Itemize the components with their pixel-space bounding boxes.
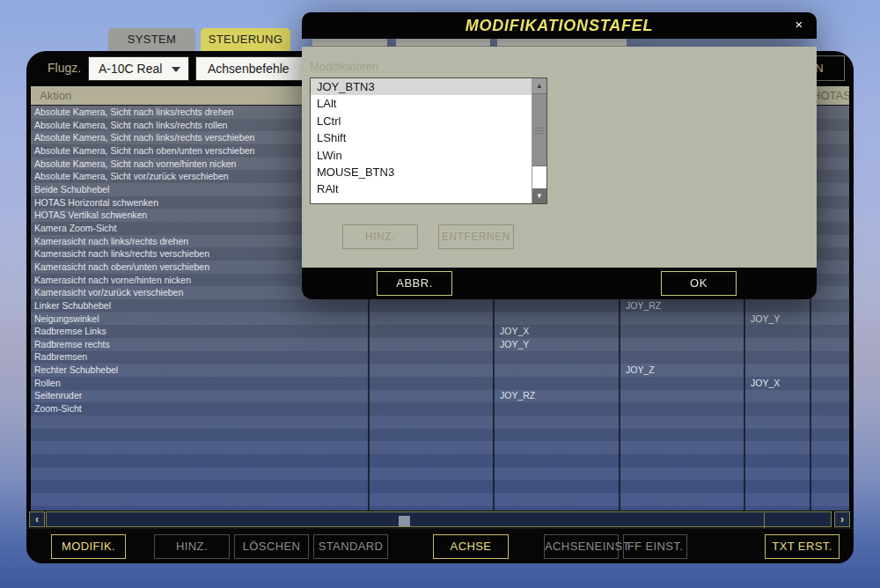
table-row[interactable]: SeitenruderJOY_RZ	[31, 389, 849, 402]
modifiers-listbox[interactable]: JOY_BTN3LAltLCtrlLShiftLWinMOUSE_BTN3RAl…	[310, 77, 547, 204]
background-tab-sliver	[396, 39, 490, 47]
table-row[interactable]: Radbremse LinksJOY_X	[31, 325, 849, 338]
column-header-aktion[interactable]: Aktion	[40, 89, 71, 102]
action-label: Absolute Kamera, Sicht nach links/rechts…	[34, 107, 233, 117]
table-row[interactable]: NeigungswinkelJOY_Y	[31, 312, 849, 326]
action-label: Zoom-Sicht	[34, 403, 82, 414]
action-label: Rollen	[34, 378, 61, 388]
axis-binding-value[interactable]: JOY_RZ	[500, 390, 535, 401]
scroll-up-icon[interactable]: ▲	[532, 78, 546, 93]
horizontal-scrollbar: ‹ ›	[26, 511, 854, 528]
add-modifier-button[interactable]: HINZ.	[342, 224, 418, 249]
axis-binding-value[interactable]: JOY_X	[500, 326, 529, 336]
modifier-list-item[interactable]: LShift	[311, 129, 532, 146]
remove-modifier-button[interactable]: ENTFERNEN	[438, 224, 514, 249]
action-label: Kamerasicht nach links/rechts verschiebe…	[34, 248, 209, 259]
aircraft-label: Flugz.	[48, 61, 81, 75]
ok-button[interactable]: OK	[661, 271, 737, 296]
action-label: Absolute Kamera, Sicht nach links/rechts…	[34, 132, 254, 143]
action-label: Radbremsen	[34, 351, 87, 362]
action-label: Kamerasicht nach links/rechts drehen	[34, 236, 188, 246]
background-tab-sliver	[497, 39, 627, 47]
bottombar-button-hinz[interactable]: HINZ.	[154, 534, 230, 559]
category-dropdown-value: Achsenbefehle	[208, 62, 290, 76]
aircraft-dropdown[interactable]: A-10C Real	[88, 56, 189, 81]
dialog-footer: ABBR. OK	[302, 268, 817, 299]
action-label: Kamerasicht nach oben/unten verschieben	[34, 261, 209, 272]
bottombar-button-l-schen[interactable]: LÖSCHEN	[234, 534, 309, 559]
thumb-grip	[535, 128, 544, 135]
modification-dialog: MODIFIKATIONSTAFEL × Modifikatoren JOY_B…	[302, 12, 817, 299]
scroll-right-icon[interactable]: ›	[834, 511, 850, 527]
scrollbar-track[interactable]	[46, 511, 832, 527]
table-row[interactable]: RollenJOY_X	[31, 377, 849, 390]
tab-steuerung[interactable]: STEUERUNG	[201, 28, 290, 51]
tab-system[interactable]: SYSTEM	[108, 28, 195, 51]
table-row[interactable]: Radbremsen	[31, 350, 849, 364]
modifiers-items: JOY_BTN3LAltLCtrlLShiftLWinMOUSE_BTN3RAl…	[311, 78, 546, 198]
action-label: Radbremse rechts	[34, 339, 110, 349]
bottombar-button-achse[interactable]: ACHSE	[433, 534, 509, 559]
bottombar-button-ff-einst[interactable]: FF EINST.	[623, 534, 687, 559]
dialog-body: Modifikatoren JOY_BTN3LAltLCtrlLShiftLWi…	[302, 47, 817, 268]
table-row[interactable]: Rechter SchubhebelJOY_Z	[31, 364, 849, 377]
list-scrollbar-thumb[interactable]	[532, 93, 546, 166]
bottombar-button-modifik[interactable]: MODIFIK.	[51, 534, 126, 559]
action-label: Absolute Kamera, Sicht nach links/rechts…	[34, 120, 227, 130]
action-label: Kamerasicht nach vorne/hinten nicken	[34, 275, 191, 285]
action-label: Rechter Schubhebel	[34, 364, 118, 375]
action-label: Seitenruder	[34, 390, 82, 401]
modifier-list-item[interactable]: LWin	[311, 147, 532, 164]
aircraft-dropdown-value: A-10C Real	[99, 62, 162, 76]
table-row[interactable]: Radbremse rechtsJOY_Y	[31, 338, 849, 351]
dcs-options-screen: { "colors": { "accent_yellow": "#e8dd7d"…	[0, 0, 880, 588]
axis-binding-value[interactable]: JOY_X	[751, 378, 780, 388]
action-label: HOTAS Horizontal schwenken	[34, 197, 158, 208]
dialog-titlebar: MODIFIKATIONSTAFEL ×	[302, 12, 817, 39]
action-label: Beide Schubhebel	[34, 184, 109, 195]
action-label: Absolute Kamera, Sicht nach vorne/hinten…	[34, 158, 236, 169]
modifier-list-item[interactable]: LAlt	[311, 95, 532, 112]
bottom-button-bar: MODIFIK.HINZ.LÖSCHENSTANDARDACHSEACHSENE…	[26, 528, 854, 563]
modifier-list-item[interactable]: LCtrl	[311, 113, 532, 129]
scroll-left-icon[interactable]: ‹	[29, 511, 45, 527]
bottombar-button-achseneinst[interactable]: ACHSENEINST	[544, 534, 619, 559]
axis-binding-value[interactable]: JOY_RZ	[626, 300, 661, 311]
chevron-down-icon	[172, 67, 180, 72]
cancel-button[interactable]: ABBR.	[377, 271, 452, 296]
scroll-down-icon[interactable]: ▼	[532, 188, 546, 203]
modifier-list-item[interactable]: MOUSE_BTN3	[311, 164, 532, 180]
scrollbar-thumb[interactable]	[399, 516, 410, 526]
bottombar-button-txt-erst[interactable]: TXT ERST.	[765, 534, 840, 559]
axis-binding-value[interactable]: JOY_Z	[626, 364, 655, 375]
bottombar-button-standard[interactable]: STANDARD	[313, 534, 388, 559]
modifiers-label: Modifikatoren	[310, 60, 378, 73]
action-label: Linker Schubhebel	[34, 300, 111, 311]
close-icon[interactable]: ×	[791, 17, 807, 33]
action-label: Neigungswinkel	[34, 313, 99, 324]
axis-binding-value[interactable]: JOY_Y	[751, 313, 780, 324]
action-label: Radbremse Links	[34, 326, 106, 336]
modifier-list-item[interactable]: JOY_BTN3	[311, 78, 532, 95]
axis-binding-value[interactable]: JOY_Y	[500, 339, 529, 349]
action-label: HOTAS Vertikal schwenken	[34, 209, 147, 220]
table-row[interactable]: Linker SchubhebelJOY_RZ	[31, 299, 849, 312]
scrollbar-seam	[764, 513, 765, 529]
action-label: Absolute Kamera, Sicht nach oben/unten v…	[34, 145, 254, 156]
column-header-hotas[interactable]: HOTAS V	[812, 89, 849, 102]
list-scrollbar: ▲ ▼	[532, 78, 546, 203]
action-label: Absolute Kamera, Sicht vor/zurück versch…	[34, 171, 229, 181]
action-label: Kamera Zoom-Sicht	[34, 223, 116, 233]
background-tab-sliver	[312, 39, 387, 47]
dialog-title: MODIFIKATIONSTAFEL	[302, 12, 817, 39]
modifier-list-item[interactable]: RAlt	[311, 180, 532, 197]
action-label: Kamerasicht vor/zurück verschieben	[34, 287, 183, 298]
table-row[interactable]: Zoom-Sicht	[31, 402, 849, 415]
